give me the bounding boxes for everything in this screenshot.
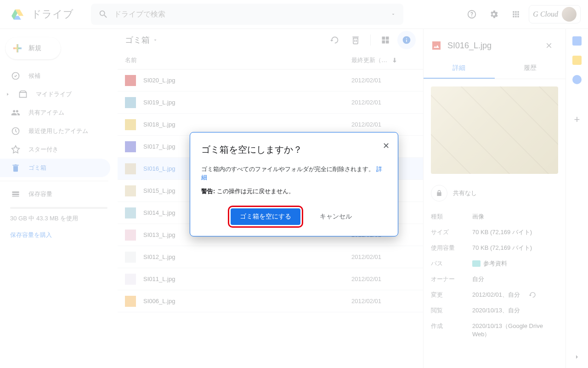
dialog-body: ゴミ箱内のすべてのファイルやフォルダが完全に削除されます。詳細 bbox=[201, 165, 387, 182]
dialog-warning: 警告: この操作は元に戻せません。 bbox=[201, 187, 387, 196]
close-dialog-icon[interactable]: ✕ bbox=[383, 141, 390, 151]
dialog-scrim[interactable]: ✕ ゴミ箱を空にしますか？ ゴミ箱内のすべてのファイルやフォルダが完全に削除され… bbox=[0, 0, 588, 368]
cancel-button[interactable]: キャンセル bbox=[314, 208, 357, 225]
confirm-empty-trash-button[interactable]: ゴミ箱を空にする bbox=[231, 208, 300, 225]
dialog-title: ゴミ箱を空にしますか？ bbox=[201, 144, 387, 156]
empty-trash-dialog: ✕ ゴミ箱を空にしますか？ ゴミ箱内のすべてのファイルやフォルダが完全に削除され… bbox=[190, 132, 398, 236]
